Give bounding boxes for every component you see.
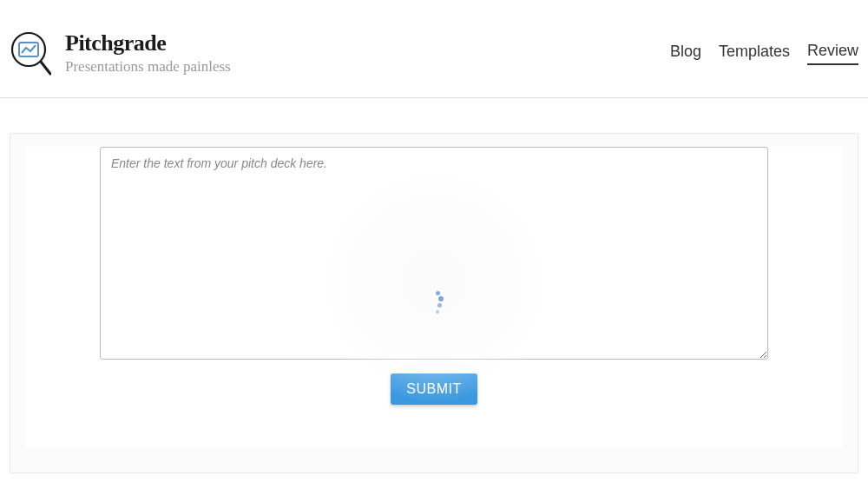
logo-icon — [10, 30, 51, 76]
main-content: SUBMIT — [0, 98, 868, 489]
primary-nav: Blog Templates Review — [670, 42, 858, 65]
review-card: SUBMIT — [10, 133, 858, 473]
pitch-text-input[interactable] — [100, 147, 768, 360]
site-tagline: Presentations made painless — [65, 58, 231, 76]
nav-link-review[interactable]: Review — [807, 42, 858, 65]
nav-link-blog[interactable]: Blog — [670, 43, 701, 64]
brand-text: Pitchgrade Presentations made painless — [65, 30, 231, 76]
submit-button[interactable]: SUBMIT — [391, 373, 477, 405]
svg-line-1 — [41, 62, 50, 74]
site-header: Pitchgrade Presentations made painless B… — [0, 0, 868, 98]
review-panel: SUBMIT — [26, 147, 842, 448]
nav-link-templates[interactable]: Templates — [719, 43, 790, 64]
submit-row: SUBMIT — [100, 373, 768, 405]
site-title: Pitchgrade — [65, 30, 231, 56]
brand-area: Pitchgrade Presentations made painless — [10, 30, 231, 76]
